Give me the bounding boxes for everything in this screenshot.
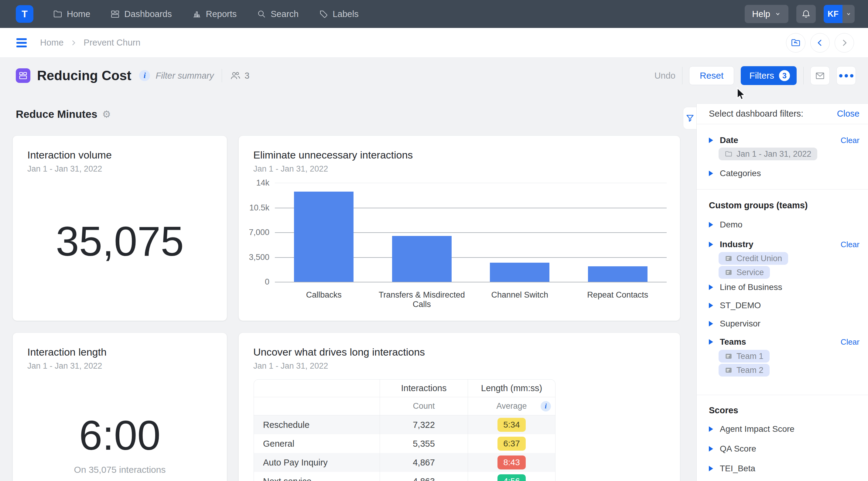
- clear-industry-link[interactable]: Clear: [841, 240, 860, 249]
- dashboard-actions: Undo Reset Filters 3: [654, 66, 856, 86]
- caret-right-icon[interactable]: [709, 466, 713, 471]
- group-icon: [725, 268, 733, 276]
- row-label[interactable]: Reschedule: [254, 415, 380, 434]
- row-label[interactable]: Auto Pay Inquiry: [254, 453, 380, 472]
- reset-button[interactable]: Reset: [689, 66, 734, 85]
- caret-right-icon[interactable]: [709, 321, 713, 326]
- email-button[interactable]: [810, 66, 830, 85]
- column-header-interactions[interactable]: Interactions: [380, 380, 468, 397]
- filters-button[interactable]: Filters 3: [741, 66, 797, 85]
- bar[interactable]: [294, 192, 353, 282]
- user-avatar[interactable]: KF: [824, 5, 855, 23]
- search-icon: [257, 9, 266, 19]
- filter-tab[interactable]: [683, 107, 697, 129]
- info-icon[interactable]: i: [540, 401, 551, 412]
- filter-section-qa-score[interactable]: QA Score: [697, 443, 868, 454]
- card-title: Eliminate unnecessary interactions: [253, 149, 413, 161]
- back-button[interactable]: [810, 33, 830, 53]
- filter-section-categories[interactable]: Categories: [697, 168, 868, 179]
- filter-section-agent-impact-score[interactable]: Agent Impact Score: [697, 424, 868, 435]
- caret-right-icon[interactable]: [709, 171, 713, 176]
- chevron-down-icon[interactable]: [842, 5, 855, 23]
- teams-chip-team1[interactable]: Team 1: [719, 350, 770, 362]
- bar[interactable]: [490, 263, 550, 282]
- help-button[interactable]: Help: [745, 5, 788, 23]
- filter-label-line-of-business: Line of Business: [720, 282, 782, 292]
- filter-section-date[interactable]: Date Clear: [697, 135, 868, 146]
- caret-right-icon[interactable]: [709, 222, 713, 227]
- filter-label-categories: Categories: [720, 168, 761, 178]
- notifications-button[interactable]: [796, 5, 816, 23]
- length-badge[interactable]: 4:56: [497, 474, 526, 481]
- row-label[interactable]: Next service: [254, 472, 380, 481]
- y-tick: 0: [265, 277, 269, 287]
- subheader-count[interactable]: Count: [380, 397, 468, 415]
- nav-item-dashboards[interactable]: Dashboards: [110, 9, 172, 19]
- folder-icon: [53, 9, 63, 19]
- close-link[interactable]: Close: [837, 109, 860, 119]
- bar[interactable]: [392, 236, 452, 282]
- nav-item-label: Labels: [333, 9, 359, 19]
- filter-summary-link[interactable]: Filter summary: [155, 71, 214, 81]
- nav-item-reports[interactable]: Reports: [192, 9, 237, 19]
- clear-teams-link[interactable]: Clear: [841, 338, 860, 347]
- more-options-button[interactable]: [836, 66, 856, 85]
- filter-section-supervisor[interactable]: Supervisor: [697, 318, 868, 329]
- caret-right-icon[interactable]: [709, 303, 713, 308]
- groups-header: Custom groups (teams): [709, 200, 808, 211]
- bar[interactable]: [588, 266, 648, 282]
- filter-section-demo[interactable]: Demo: [697, 219, 868, 230]
- gear-icon[interactable]: ⚙: [102, 108, 111, 120]
- industry-chip-credit-union[interactable]: Credit Union: [719, 252, 788, 265]
- filter-label-agent-impact-score: Agent Impact Score: [720, 424, 795, 434]
- industry-chip-service[interactable]: Service: [719, 266, 770, 279]
- forward-button[interactable]: [835, 33, 854, 53]
- y-tick: 10.5k: [249, 203, 269, 212]
- caret-right-icon[interactable]: [709, 137, 713, 143]
- filter-panel-title: Select dashboard filters:: [709, 109, 803, 119]
- chip-label: Team 2: [737, 365, 764, 375]
- shared-count-value: 3: [245, 71, 249, 81]
- row-average: 6:37: [468, 434, 555, 453]
- teams-chip-team2[interactable]: Team 2: [719, 364, 770, 377]
- info-icon[interactable]: i: [139, 70, 150, 81]
- card-interaction-length: Interaction length Jan 1 - Jan 31, 2022 …: [13, 333, 227, 481]
- nav-item-home[interactable]: Home: [53, 9, 90, 19]
- breadcrumb-current[interactable]: Prevent Churn: [84, 38, 140, 48]
- row-label[interactable]: General: [254, 434, 380, 453]
- row-average: 4:56: [468, 472, 555, 481]
- clear-date-link[interactable]: Clear: [841, 136, 860, 145]
- caret-right-icon[interactable]: [709, 426, 713, 432]
- caret-right-icon[interactable]: [709, 285, 713, 290]
- caret-right-icon[interactable]: [709, 242, 713, 247]
- subheader-average[interactable]: Average i: [468, 397, 555, 415]
- shared-count[interactable]: 3: [230, 70, 249, 81]
- length-badge[interactable]: 5:34: [497, 418, 526, 432]
- caret-right-icon[interactable]: [709, 339, 713, 345]
- filter-panel-header: Select dashboard filters: Close: [697, 104, 868, 123]
- filter-section-teams[interactable]: Teams Clear: [697, 336, 868, 347]
- nav-items: Home Dashboards Reports Search Labels: [53, 9, 359, 19]
- menu-icon[interactable]: [17, 38, 27, 47]
- scores-header: Scores: [709, 406, 738, 415]
- caret-right-icon[interactable]: [709, 446, 713, 452]
- filter-label-date: Date: [720, 135, 738, 145]
- breadcrumb-home[interactable]: Home: [40, 38, 63, 48]
- date-filter-chip[interactable]: Jan 1 - Jan 31, 2022: [719, 148, 817, 160]
- card-date-range: Jan 1 - Jan 31, 2022: [253, 164, 328, 174]
- length-badge[interactable]: 8:43: [497, 455, 526, 470]
- filter-label-teams: Teams: [720, 337, 746, 347]
- filter-section-tei-beta[interactable]: TEI_Beta: [697, 463, 868, 474]
- filter-section-st-demo[interactable]: ST_DEMO: [697, 300, 868, 311]
- filter-section-industry[interactable]: Industry Clear: [697, 239, 868, 250]
- column-header-length[interactable]: Length (mm:ss): [468, 380, 555, 397]
- undo-button[interactable]: Undo: [654, 71, 676, 81]
- length-badge[interactable]: 6:37: [497, 437, 526, 451]
- filter-section-line-of-business[interactable]: Line of Business: [697, 282, 868, 293]
- chevron-left-icon: [815, 38, 825, 47]
- move-to-folder-button[interactable]: [786, 33, 805, 53]
- nav-item-search[interactable]: Search: [257, 9, 299, 19]
- nav-item-labels[interactable]: Labels: [318, 9, 359, 19]
- app-logo[interactable]: T: [16, 5, 33, 23]
- row-average: 5:34: [468, 415, 555, 434]
